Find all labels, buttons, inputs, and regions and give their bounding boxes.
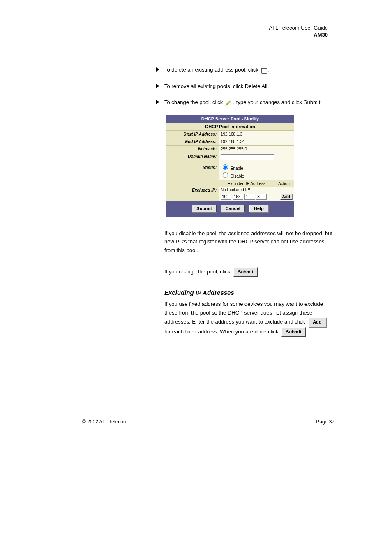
header-line1: ATL Telecom User Guide [269, 25, 328, 32]
panel-subheader: DHCP Pool Information [166, 123, 294, 130]
value-end-ip: 192.168.1.34 [219, 138, 294, 145]
status-enable-radio[interactable] [223, 164, 228, 170]
after-panel-para1: If you disable the pool, the assigned ad… [164, 229, 334, 255]
inline-submit-button-1[interactable]: Submit [233, 267, 258, 277]
excluded-ip-table: Excluded IP Address Action No Excluded I… [219, 180, 294, 201]
excluded-octet-3[interactable] [244, 194, 255, 200]
value-start-ip: 192.168.1.3 [219, 130, 294, 138]
excluding-para: If you use fixed address for some device… [164, 300, 334, 337]
trash-icon[interactable] [261, 67, 267, 74]
excluding-text-2: for each fixed address. When you are don… [164, 328, 280, 335]
bullet-text-3a: To change the pool, click [164, 99, 224, 105]
label-start-ip: Start IP Address: [166, 130, 219, 138]
pencil-icon[interactable] [225, 100, 231, 106]
panel-cancel-button[interactable]: Cancel [221, 205, 245, 212]
after-panel-para2: If you change the pool, click Submit [164, 267, 334, 277]
header-divider [334, 25, 334, 41]
excluded-octet-4[interactable] [256, 194, 267, 200]
inline-submit-button-2[interactable]: Submit [281, 327, 306, 337]
bullet-arrow-icon [156, 100, 159, 104]
page-header: ATL Telecom User Guide AM30 [82, 25, 334, 41]
excluded-add-button[interactable]: Add [280, 194, 292, 200]
footer-right: Page 37 [316, 419, 334, 425]
excluded-empty-msg: No Excluded IP! [219, 187, 294, 193]
after-para2-text: If you change the pool, click [164, 268, 232, 275]
panel-title: DHCP Server Pool - Modify [166, 115, 294, 123]
label-excluded-ip: Excluded IP: [166, 180, 219, 201]
excluding-heading: Excluding IP Addresses [164, 289, 334, 296]
bullet-text-2: To remove all existing pools, click Dele… [164, 82, 269, 90]
excluded-octet-2[interactable] [233, 194, 243, 200]
label-status: Status: [166, 162, 219, 180]
label-domain-name: Domain Name: [166, 153, 219, 162]
status-enable-label: Enable [231, 166, 243, 171]
inline-add-button[interactable]: Add [308, 317, 326, 327]
bullet-delete-pool: To delete an existing address pool, clic… [156, 66, 334, 74]
page-footer: © 2002 ATL Telecom Page 37 [82, 419, 334, 425]
domain-name-input[interactable] [221, 154, 274, 160]
bullet-delete-all: To remove all existing pools, click Dele… [156, 82, 334, 90]
panel-submit-button[interactable]: Submit [192, 205, 216, 212]
status-disable-radio[interactable] [223, 172, 228, 178]
excluded-octet-1[interactable] [221, 194, 231, 200]
status-disable-label: Disable [231, 174, 244, 178]
bullet-arrow-icon [156, 84, 159, 88]
label-netmask: Netmask: [166, 145, 219, 153]
panel-button-row: Submit Cancel Help [166, 201, 294, 217]
excluded-col-action: Action [274, 180, 294, 187]
excluded-col-address: Excluded IP Address [219, 180, 274, 187]
bullet-change-pool: To change the pool, click , type your ch… [156, 98, 334, 106]
panel-help-button[interactable]: Help [249, 205, 268, 212]
bullet-arrow-icon [156, 67, 159, 72]
bullet-text-3b: , type your changes and click Submit. [233, 99, 322, 105]
footer-left: © 2002 ATL Telecom [82, 419, 127, 425]
bullet-text-1: To delete an existing address pool, clic… [164, 67, 260, 73]
dhcp-modify-panel: DHCP Server Pool - Modify DHCP Pool Info… [166, 115, 294, 217]
label-end-ip: End IP Address: [166, 138, 219, 145]
value-netmask: 255.255.255.0 [219, 145, 294, 153]
header-line2: AM30 [269, 32, 328, 39]
excluding-text-1: If you use fixed address for some device… [164, 301, 323, 325]
